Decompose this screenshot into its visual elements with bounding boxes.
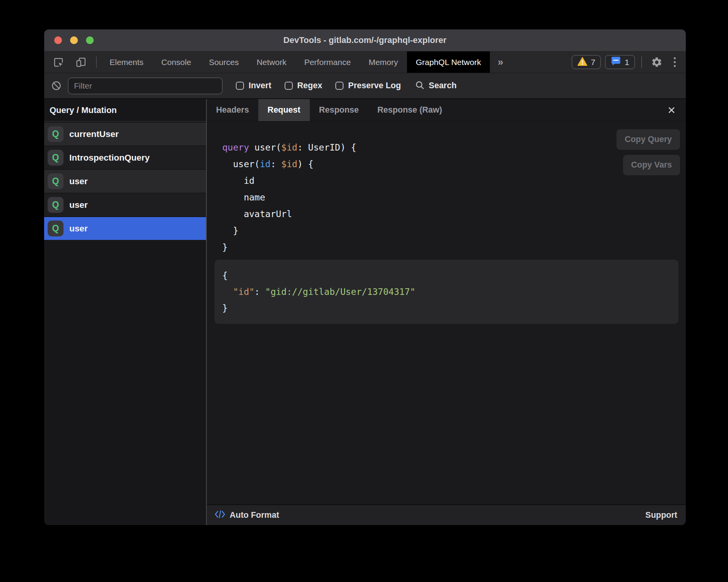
code-token: : <box>271 159 282 169</box>
code-token: name <box>222 192 265 202</box>
query-name-label: user <box>69 176 88 187</box>
settings-gear-icon[interactable] <box>648 56 665 68</box>
query-variables-box: { "id": "gid://gitlab/User/13704317" } <box>215 260 678 324</box>
close-window-button[interactable] <box>54 36 62 44</box>
code-token: avatarUrl <box>222 209 292 219</box>
network-filter-toolbar: Invert Regex Preserve Log Search <box>44 73 686 99</box>
query-name-label: user <box>69 200 88 210</box>
code-line: name <box>222 189 686 206</box>
close-icon[interactable]: ✕ <box>667 105 676 115</box>
code-line: "id": "gid://gitlab/User/13704317" <box>222 284 678 300</box>
auto-format-button[interactable]: Auto Format <box>207 510 279 520</box>
status-bar: Auto Format Support <box>207 504 686 525</box>
query-name-label: user <box>69 224 88 234</box>
auto-format-label: Auto Format <box>230 510 279 520</box>
code-token: : UserID) { <box>297 142 356 152</box>
code-line: } <box>222 239 686 256</box>
invert-label: Invert <box>249 81 271 91</box>
code-token <box>222 287 233 297</box>
query-type-badge: Q <box>48 173 64 189</box>
tab-sources[interactable]: Sources <box>200 51 248 73</box>
tab-network[interactable]: Network <box>248 51 295 73</box>
tab-headers[interactable]: Headers <box>207 99 258 121</box>
warning-count: 7 <box>591 58 596 67</box>
code-token: ) { <box>297 159 314 169</box>
code-line: } <box>222 300 678 316</box>
code-token: { <box>222 270 228 281</box>
tab-console[interactable]: Console <box>153 51 200 73</box>
zoom-window-button[interactable] <box>86 36 94 44</box>
invert-checkbox[interactable] <box>236 82 244 90</box>
clear-icon[interactable] <box>51 80 62 91</box>
tab-bar-right-controls: 7 1 <box>572 51 686 73</box>
tab-memory[interactable]: Memory <box>360 51 407 73</box>
preserve-log-checkbox[interactable] <box>335 82 343 90</box>
query-list-item-user-1[interactable]: Q user <box>44 170 206 193</box>
more-options-menu-icon[interactable] <box>669 57 680 67</box>
code-line: { <box>222 267 678 284</box>
code-token: id <box>260 159 271 169</box>
minimize-window-button[interactable] <box>70 36 78 44</box>
warning-icon <box>577 57 587 68</box>
support-label: Support <box>646 510 677 520</box>
warnings-badge[interactable]: 7 <box>572 55 601 69</box>
query-list-item-introspectionquery[interactable]: Q IntrospectionQuery <box>44 146 206 169</box>
controls-divider <box>641 56 642 68</box>
preserve-log-label: Preserve Log <box>348 81 401 91</box>
search-button[interactable]: Search <box>415 80 457 92</box>
code-token: "id" <box>233 287 254 297</box>
tab-response[interactable]: Response <box>310 99 368 121</box>
query-type-badge: Q <box>48 221 64 236</box>
tab-response-raw[interactable]: Response (Raw) <box>368 99 451 121</box>
regex-filter-toggle[interactable]: Regex <box>285 81 323 91</box>
support-link[interactable]: Support <box>646 510 686 520</box>
regex-checkbox[interactable] <box>285 82 293 90</box>
tab-graphql-network[interactable]: GraphQL Network <box>407 51 490 73</box>
code-token: user( <box>249 142 281 152</box>
code-token: $id <box>281 142 297 152</box>
code-token: "gid://gitlab/User/13704317" <box>265 287 416 297</box>
toolbar-divider <box>96 56 97 68</box>
preserve-log-toggle[interactable]: Preserve Log <box>335 81 401 91</box>
detail-panel: Headers Request Response Response (Raw) … <box>207 99 686 525</box>
device-toolbar-icon[interactable] <box>70 51 92 73</box>
code-token: } <box>222 226 239 236</box>
main-split: Query / Mutation Q currentUser Q Introsp… <box>44 99 686 525</box>
query-type-badge: Q <box>48 197 64 213</box>
invert-filter-toggle[interactable]: Invert <box>236 81 271 91</box>
regex-label: Regex <box>297 81 323 91</box>
query-sidebar: Query / Mutation Q currentUser Q Introsp… <box>44 99 207 525</box>
traffic-lights <box>54 29 94 51</box>
tab-elements[interactable]: Elements <box>101 51 153 73</box>
code-line: avatarUrl <box>222 206 686 223</box>
tab-request[interactable]: Request <box>258 99 310 121</box>
tab-performance[interactable]: Performance <box>295 51 360 73</box>
code-token: } <box>222 303 228 313</box>
filter-input[interactable] <box>68 77 223 94</box>
search-icon <box>415 80 425 92</box>
query-list: Q currentUser Q IntrospectionQuery Q use… <box>44 122 206 241</box>
devtools-tab-bar: Elements Console Sources Network Perform… <box>44 51 686 73</box>
issues-count: 1 <box>625 58 629 67</box>
message-icon <box>611 56 621 68</box>
code-line: } <box>222 223 686 239</box>
more-tabs-icon[interactable]: » <box>490 51 511 73</box>
query-type-badge: Q <box>48 126 64 142</box>
query-name-label: IntrospectionQuery <box>69 153 150 163</box>
inspect-element-icon[interactable] <box>47 51 70 73</box>
copy-query-button[interactable]: Copy Query <box>616 129 680 150</box>
query-list-item-currentuser[interactable]: Q currentUser <box>44 123 206 146</box>
detail-tab-bar: Headers Request Response Response (Raw) … <box>207 99 686 122</box>
sidebar-header: Query / Mutation <box>44 99 206 122</box>
search-label: Search <box>429 81 457 91</box>
query-list-item-user-2[interactable]: Q user <box>44 193 206 216</box>
query-type-badge: Q <box>48 150 64 166</box>
copy-vars-button[interactable]: Copy Vars <box>623 155 680 175</box>
query-list-item-user-3-selected[interactable]: Q user <box>44 217 206 240</box>
request-panel-body: Copy Query Copy Vars query user($id: Use… <box>207 122 686 504</box>
code-brackets-icon <box>215 510 225 520</box>
issues-badge[interactable]: 1 <box>605 55 635 69</box>
code-token: $id <box>281 159 297 169</box>
devtools-window: DevTools - gitlab.com/-/graphql-explorer… <box>44 29 686 525</box>
code-token: query <box>222 142 249 152</box>
